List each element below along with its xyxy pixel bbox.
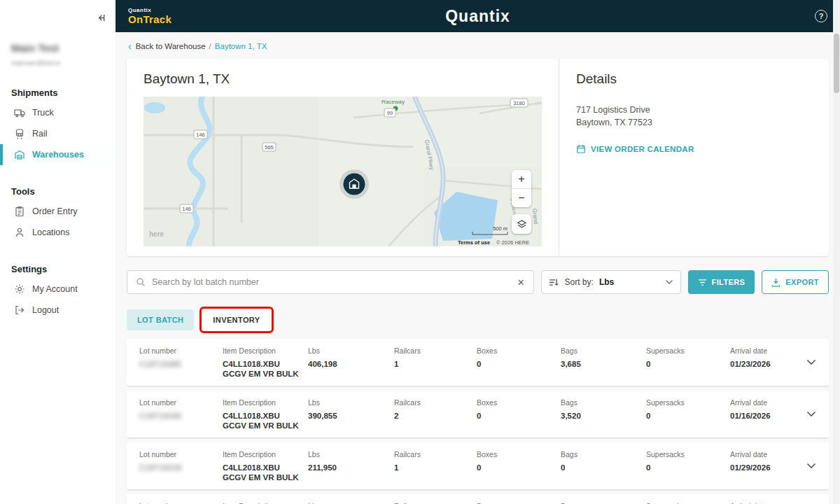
search-box[interactable]: ✕ (127, 270, 534, 294)
export-button[interactable]: EXPORT (762, 270, 829, 294)
table-row[interactable]: Lot number Item Description Lbs Railcars… (127, 494, 829, 504)
warehouse-map-marker[interactable] (340, 169, 369, 199)
user-email: mainuser@test.io (11, 59, 104, 66)
app-logo[interactable]: Quantix OnTrack (128, 8, 172, 24)
svg-text:146: 146 (196, 132, 205, 138)
view-order-calendar-link[interactable]: VIEW ORDER CALENDAR (576, 144, 812, 154)
sort-chevron-down-icon (665, 279, 673, 285)
sidebar: Main Test mainuser@test.io Shipments Tru… (0, 0, 115, 504)
sidebar-item-label: Logout (32, 305, 59, 315)
top-bar: Quantix OnTrack Quantix ? (115, 0, 840, 32)
col-label-lbs: Lbs (308, 398, 394, 407)
sort-value: Lbs (599, 277, 614, 287)
col-label-item: Item Description (223, 450, 308, 458)
table-row[interactable]: Lot numberC18T16085 Item DescriptionC4LL… (127, 339, 829, 386)
col-label-railcars: Railcars (394, 346, 477, 355)
lbs-value: 406,198 (308, 359, 394, 369)
filter-icon (698, 279, 707, 286)
expand-row-chevron[interactable] (806, 411, 816, 417)
truck-icon (14, 107, 25, 118)
map-zoom-controls: + − (512, 170, 531, 207)
warehouse-icon (14, 149, 25, 160)
logout-icon (14, 304, 25, 316)
lbs-value: 390,855 (308, 411, 394, 421)
item-description-value: C4LL1018.XBU GCGV EM VR BULK (223, 411, 305, 431)
sidebar-item-order-entry[interactable]: Order Entry (0, 201, 115, 222)
map-terms-link[interactable]: Terms of use (458, 239, 490, 246)
expand-row-chevron[interactable] (806, 359, 816, 365)
bags-value: 0 (561, 463, 646, 472)
sidebar-item-label: Warehouses (32, 150, 84, 160)
download-icon (771, 278, 780, 287)
zoom-out-button[interactable]: − (512, 189, 531, 207)
help-icon[interactable]: ? (815, 10, 827, 22)
map-label-raceway: Raceway (382, 99, 405, 105)
col-label-supersacks: Supersacks (646, 450, 730, 458)
arrival-date-value: 01/16/2026 (730, 411, 806, 421)
lbs-value: 211,950 (308, 463, 394, 472)
lot-number-value: C18T16018 (139, 463, 223, 472)
sidebar-item-label: Rail (32, 129, 48, 139)
railcars-value: 1 (394, 359, 477, 369)
map-layers-button[interactable] (512, 214, 531, 234)
col-label-boxes: Boxes (477, 346, 561, 355)
sidebar-item-label: My Account (32, 284, 78, 294)
bags-value: 3,520 (561, 411, 646, 421)
collapse-sidebar-icon[interactable] (95, 13, 106, 23)
sidebar-item-logout[interactable]: Logout (0, 300, 115, 321)
arrival-date-value: 01/23/2026 (730, 359, 806, 369)
section-tools: Tools (0, 186, 115, 197)
sidebar-item-label: Order Entry (32, 206, 78, 216)
breadcrumb-separator: / (209, 42, 211, 50)
supersacks-value: 0 (646, 359, 730, 369)
lot-batch-list: Lot numberC18T16085 Item DescriptionC4LL… (127, 339, 829, 504)
address-line-2: Baytown, TX 77523 (576, 116, 812, 129)
bags-value: 3,685 (561, 359, 646, 369)
col-label-boxes: Boxes (477, 398, 561, 407)
sort-dropdown[interactable]: Sort by: Lbs (541, 270, 681, 294)
map-canvas[interactable]: Raceway Grand Pkwy Grand S Cotton Lake R… (144, 97, 542, 246)
sidebar-item-warehouses[interactable]: Warehouses (0, 144, 115, 165)
section-settings: Settings (0, 264, 115, 274)
page-scrollbar[interactable] (833, 0, 840, 504)
toolbar: ✕ Sort by: Lbs FILTERS EXPORT (127, 270, 829, 294)
tab-inventory[interactable]: INVENTORY (202, 309, 270, 330)
logo-ontrack-text: OnTrack (128, 14, 172, 24)
export-label: EXPORT (785, 278, 819, 286)
svg-text:3180: 3180 (513, 100, 525, 106)
map-copyright: © 2026 HERE (496, 239, 529, 246)
sort-icon (549, 278, 559, 287)
boxes-value: 0 (477, 359, 561, 369)
back-to-warehouse-link[interactable]: Back to Warehouse (136, 42, 206, 50)
sidebar-item-truck[interactable]: Truck (0, 102, 115, 123)
warehouse-map[interactable]: Raceway Grand Pkwy Grand S Cotton Lake R… (144, 97, 542, 246)
rail-icon (14, 128, 25, 139)
search-input[interactable] (152, 277, 511, 287)
sidebar-item-my-account[interactable]: My Account (0, 279, 115, 300)
table-row[interactable]: Lot numberC18T16036 Item DescriptionC4LL… (127, 391, 829, 438)
col-label-bags: Bags (561, 346, 646, 355)
svg-text:500 m: 500 m (493, 225, 507, 232)
tab-lot-batch[interactable]: LOT BATCH (127, 309, 194, 330)
sidebar-item-label: Truck (32, 108, 54, 118)
user-name: Main Test (11, 42, 104, 54)
col-label-supersacks: Supersacks (646, 398, 730, 407)
zoom-in-button[interactable]: + (512, 170, 531, 188)
col-label-arrival: Arrival date (730, 346, 806, 355)
back-chevron-icon: ‹ (128, 43, 132, 50)
breadcrumb-current[interactable]: Baytown 1, TX (215, 42, 267, 50)
expand-row-chevron[interactable] (806, 463, 816, 469)
sidebar-item-locations[interactable]: Locations (0, 222, 115, 243)
sidebar-item-rail[interactable]: Rail (0, 123, 115, 144)
calendar-icon (576, 144, 586, 154)
col-label-lot: Lot number (139, 346, 223, 355)
warehouse-card: Baytown 1, TX (127, 59, 829, 256)
filters-button[interactable]: FILTERS (688, 270, 755, 294)
scrollbar-thumb[interactable] (834, 34, 839, 93)
col-label-supersacks: Supersacks (646, 346, 730, 355)
table-row[interactable]: Lot numberC18T16018 Item DescriptionC4LL… (127, 442, 829, 490)
col-label-item: Item Description (223, 398, 308, 407)
clear-search-icon[interactable]: ✕ (517, 277, 525, 288)
sidebar-item-label: Locations (32, 227, 70, 237)
logo-quantix-text: Quantix (128, 8, 172, 13)
